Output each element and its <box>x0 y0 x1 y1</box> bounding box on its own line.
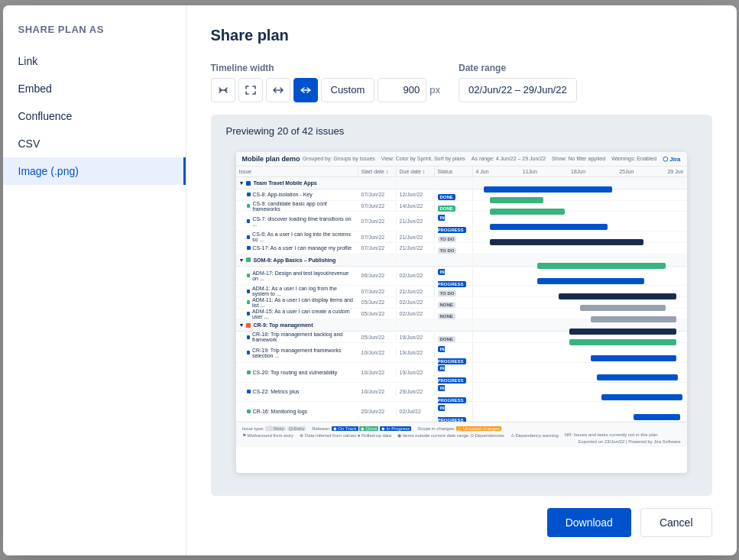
sidebar-item-confluence[interactable]: Confluence <box>3 102 186 130</box>
fit-screen-icon <box>245 85 256 95</box>
gantt-row-14: CR-16: Monitoring logs 20/Jun/22 02/Jul/… <box>236 402 687 422</box>
fit-content-button[interactable] <box>211 78 235 102</box>
gantt-bar <box>484 186 612 193</box>
px-input-group: px <box>378 78 440 102</box>
date-range-value: 02/Jun/22 – 29/Jun/22 <box>468 84 567 95</box>
timeline-width-controls: Custom px <box>211 78 441 102</box>
date-range-label: Date range <box>459 63 577 73</box>
sidebar-item-embed[interactable]: Embed <box>3 75 186 102</box>
sidebar-heading: Share plan as <box>3 24 186 47</box>
sidebar-item-link[interactable]: Link <box>3 47 186 75</box>
preview-label: Previewing 20 of 42 issues <box>226 125 345 137</box>
gantt-meta: Grouped by: Groups by Issues View: Color… <box>303 156 681 163</box>
cancel-button[interactable]: Cancel <box>640 508 712 537</box>
timeline-width-label: Timeline width <box>211 63 441 73</box>
date-range-picker[interactable]: 02/Jun/22 – 29/Jun/22 <box>459 78 577 102</box>
custom-active-button[interactable] <box>293 78 318 102</box>
modal: Share plan as Link Embed Confluence CSV … <box>3 5 737 555</box>
preview-image: Mobile plan demo Grouped by: Groups by I… <box>236 152 687 473</box>
expand-icon <box>273 85 284 95</box>
custom-active-icon <box>300 85 311 95</box>
sidebar-item-csv[interactable]: CSV <box>3 130 186 157</box>
date-range-group: Date range 02/Jun/22 – 29/Jun/22 <box>459 63 577 102</box>
timeline-width-group: Timeline width <box>211 63 441 102</box>
px-unit-label: px <box>429 84 440 95</box>
modal-overlay: Share plan as Link Embed Confluence CSV … <box>0 0 739 560</box>
fit-screen-button[interactable] <box>238 78 263 102</box>
gantt-title: Mobile plan demo <box>242 155 300 163</box>
download-button[interactable]: Download <box>547 508 631 537</box>
gantt-header: Mobile plan demo Grouped by: Groups by I… <box>236 152 687 167</box>
gantt-col-headers: Issue Start date ↕ Due date ↕ Status 4 J… <box>236 167 687 177</box>
expand-button[interactable] <box>266 78 290 102</box>
preview-area: Previewing 20 of 42 issues Mobile plan d… <box>211 115 712 496</box>
sidebar-item-image-png[interactable]: Image (.png) <box>3 157 186 185</box>
fit-content-icon <box>218 85 229 95</box>
width-input[interactable] <box>378 78 426 102</box>
custom-button[interactable]: Custom <box>321 78 375 102</box>
modal-footer: Download Cancel <box>211 496 712 537</box>
main-content: Share plan Timeline width <box>186 5 737 555</box>
jira-brand: ⬡ Jira <box>663 156 680 163</box>
modal-title: Share plan <box>211 27 712 44</box>
gantt-rows: ▼ Team Travel Mobile Apps <box>236 177 687 422</box>
controls-row: Timeline width <box>211 63 712 102</box>
sidebar: Share plan as Link Embed Confluence CSV … <box>3 5 186 555</box>
gantt-legend: Issue type: ⬜ Story ◎ Entry Release: ◆ O… <box>236 422 687 447</box>
